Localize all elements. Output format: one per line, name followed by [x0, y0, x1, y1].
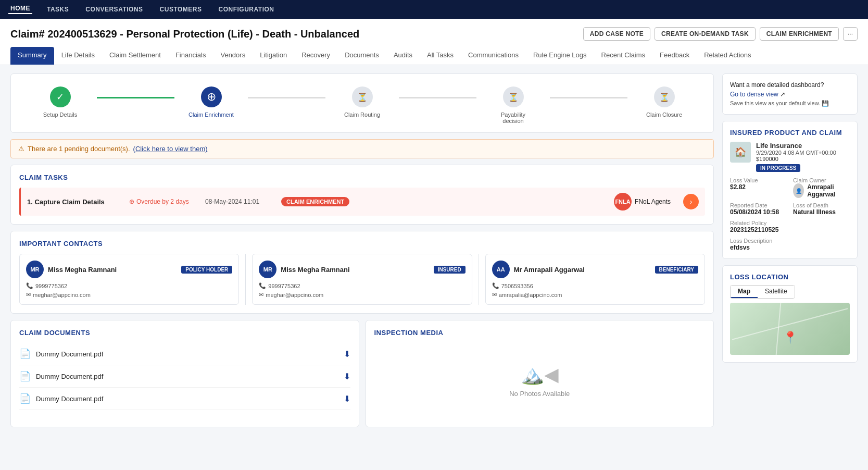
step-setup-label: Setup Details	[43, 112, 77, 118]
contact-role-1: INSURED	[434, 266, 466, 274]
owner-avatar: 👤	[793, 183, 804, 198]
nav-customers[interactable]: CUSTOMERS	[158, 6, 204, 13]
contact-phone-1: 9999775362	[268, 283, 300, 289]
email-icon-2: ✉	[492, 291, 497, 298]
tab-claim-settlement[interactable]: Claim Settlement	[102, 47, 168, 65]
tab-related-actions[interactable]: Related Actions	[697, 47, 758, 65]
task-arrow-button[interactable]: ›	[683, 194, 699, 209]
contact-avatar-1: MR	[259, 261, 276, 278]
tab-documents[interactable]: Documents	[337, 47, 386, 65]
bottom-row: CLAIM DOCUMENTS 📄 Dummy Document.pdf ⬇ 📄…	[10, 320, 714, 434]
nav-configuration[interactable]: CONFIGURATION	[217, 6, 276, 13]
nav-conversations[interactable]: CONVERSATIONS	[83, 6, 145, 13]
page-header: Claim# 202400513629 - Personal Protectio…	[0, 19, 868, 65]
product-row: 🏠 Life Insurance 9/29/2020 4:08 AM GMT+0…	[730, 142, 850, 172]
product-thumbnail: 🏠	[730, 142, 751, 163]
product-price: $190000	[756, 156, 836, 162]
claim-docs-title: CLAIM DOCUMENTS	[19, 329, 350, 337]
phone-icon-1: 📞	[259, 282, 266, 289]
contact-phone-row-2: 📞 7506593356	[492, 282, 698, 289]
related-policy-label: Related Policy	[730, 220, 850, 226]
inspection-media-card: INSPECTION MEDIA 🏔️◀ No Photos Available	[366, 320, 714, 427]
doc-download-2[interactable]: ⬇	[344, 394, 350, 404]
step-closure-icon: ⏳	[654, 86, 675, 107]
tab-feedback[interactable]: Feedback	[652, 47, 697, 65]
dashboard-card: Want a more detailed dashboard? Go to de…	[722, 73, 858, 115]
claim-tasks-card: CLAIM TASKS 1. Capture Claim Details ⊕ O…	[10, 165, 714, 225]
contact-email-2: amrapalia@appcino.com	[499, 292, 562, 298]
arrow-icon: ↗	[780, 91, 785, 98]
tab-litigation[interactable]: Litigation	[253, 47, 294, 65]
contact-email-1: meghar@appcino.com	[266, 292, 323, 298]
alert-link[interactable]: (Click here to view them)	[133, 145, 208, 153]
tab-rule-engine-logs[interactable]: Rule Engine Logs	[526, 47, 594, 65]
nav-home[interactable]: HOME	[8, 5, 32, 14]
add-case-note-button[interactable]: ADD CASE NOTE	[583, 27, 650, 41]
insured-product-card: INSURED PRODUCT AND CLAIM 🏠 Life Insuran…	[722, 121, 858, 259]
contact-info-1: 📞 9999775362 ✉ meghar@appcino.com	[259, 282, 465, 298]
claim-documents-card: CLAIM DOCUMENTS 📄 Dummy Document.pdf ⬇ 📄…	[10, 320, 359, 427]
tab-audits[interactable]: Audits	[386, 47, 420, 65]
map-tab-map[interactable]: Map	[731, 286, 758, 298]
tab-financials[interactable]: Financials	[168, 47, 213, 65]
contact-info-0: 📞 9999775362 ✉ meghar@appcino.com	[26, 282, 232, 298]
contact-email-row-0: ✉ meghar@appcino.com	[26, 291, 232, 298]
contact-card-2: AA Mr Amrapali Aggarwal BENEFICIARY 📞 75…	[485, 254, 705, 305]
docs-list: 📄 Dummy Document.pdf ⬇ 📄 Dummy Document.…	[19, 343, 350, 410]
contact-name-1: Miss Megha Ramnani	[281, 266, 349, 274]
related-policy-group: Related Policy 20231252110525	[730, 220, 850, 233]
reported-date: 05/08/2024 10:58	[730, 208, 787, 216]
task-badge: CLAIM ENRICHMENT	[281, 197, 349, 206]
tab-recovery[interactable]: Recovery	[294, 47, 337, 65]
nav-tasks[interactable]: TASKS	[45, 6, 71, 13]
step-enrichment-label: Claim Enrichment	[188, 112, 234, 118]
doc-name-2: Dummy Document.pdf	[36, 395, 344, 403]
claim-tasks-title: CLAIM TASKS	[19, 174, 705, 181]
task-title: Capture Claim Details	[34, 198, 104, 206]
map-tab-satellite[interactable]: Satellite	[758, 286, 795, 298]
right-column: Want a more detailed dashboard? Go to de…	[722, 73, 858, 434]
reported-date-label: Reported Date	[730, 202, 787, 208]
task-assignee: FNLA FNoL Agents	[614, 193, 671, 211]
tab-all-tasks[interactable]: All Tasks	[420, 47, 461, 65]
doc-download-0[interactable]: ⬇	[344, 349, 350, 359]
steps-container: ✓ Setup Details ⊕ Claim Enrichment ⏳ Cla…	[21, 86, 703, 124]
contact-avatar-2: AA	[492, 261, 510, 278]
inspection-media-title: INSPECTION MEDIA	[374, 329, 706, 337]
go-to-dense-view-link[interactable]: Go to dense view	[730, 91, 778, 98]
reported-date-group: Reported Date 05/08/2024 10:58	[730, 202, 787, 216]
loss-location-title: LOSS LOCATION	[730, 273, 850, 281]
loss-value: $2.82	[730, 183, 787, 191]
connector-3	[399, 97, 476, 98]
contact-role-0: POLICY HOLDER	[181, 266, 232, 274]
task-row: 1. Capture Claim Details ⊕ Overdue by 2 …	[19, 188, 705, 216]
loss-desc-label: Loss Description	[730, 238, 850, 244]
step-closure-label: Claim Closure	[646, 112, 682, 118]
step-claim-closure: ⏳ Claim Closure	[625, 86, 703, 118]
loss-desc-group: Loss Description efdsvs	[730, 238, 850, 251]
step-setup-details: ✓ Setup Details	[21, 86, 99, 118]
overdue-icon: ⊕	[129, 198, 134, 205]
step-enrichment-icon: ⊕	[201, 86, 222, 107]
dashboard-text: Want a more detailed dashboard?	[730, 81, 850, 89]
more-options-button[interactable]: ···	[843, 27, 858, 41]
tab-life-details[interactable]: Life Details	[54, 47, 102, 65]
claim-enrichment-button[interactable]: CLAIM ENRICHMENT	[760, 27, 839, 41]
contact-phone-row-1: 📞 9999775362	[259, 282, 465, 289]
tab-recent-claims[interactable]: Recent Claims	[594, 47, 653, 65]
tab-communications[interactable]: Communications	[461, 47, 526, 65]
tab-vendors[interactable]: Vendors	[213, 47, 253, 65]
contact-info-2: 📞 7506593356 ✉ amrapalia@appcino.com	[492, 282, 698, 298]
loss-of-death: Natural Illness	[793, 208, 850, 216]
doc-row-0: 📄 Dummy Document.pdf ⬇	[19, 343, 350, 365]
main-content: ✓ Setup Details ⊕ Claim Enrichment ⏳ Cla…	[0, 65, 868, 442]
product-name: Life Insurance	[756, 142, 836, 150]
owner-name: Amrapali Aggarwal	[807, 183, 850, 198]
top-nav: HOME TASKS CONVERSATIONS CUSTOMERS CONFI…	[0, 0, 868, 19]
tab-summary[interactable]: Summary	[10, 47, 54, 65]
no-photos-text: No Photos Available	[509, 390, 570, 398]
doc-download-1[interactable]: ⬇	[344, 372, 350, 381]
doc-name-0: Dummy Document.pdf	[36, 350, 344, 358]
create-on-demand-task-button[interactable]: CREATE ON-DEMAND TASK	[655, 27, 756, 41]
step-setup-icon: ✓	[50, 86, 71, 107]
